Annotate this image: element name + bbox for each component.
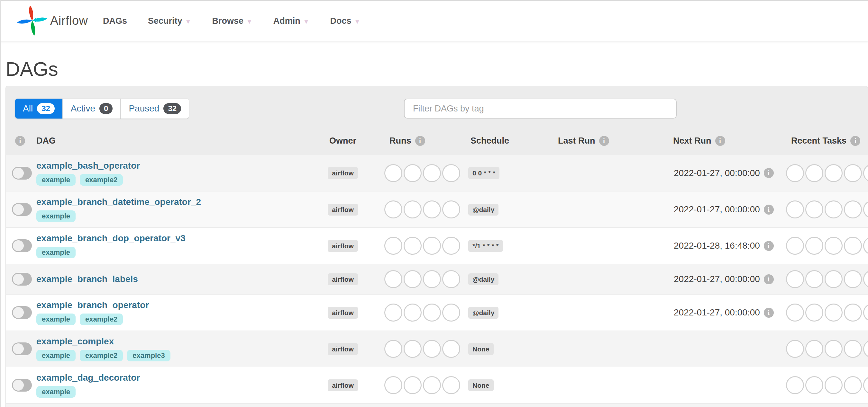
dag-name-link[interactable]: example_bash_operator xyxy=(36,161,140,171)
last-run-cell xyxy=(547,155,663,191)
airflow-logo[interactable]: Airflow xyxy=(17,5,88,36)
run-status-circle xyxy=(442,270,460,288)
run-status-circle xyxy=(404,164,422,182)
task-status-circle xyxy=(844,304,862,321)
task-status-circle xyxy=(825,200,843,218)
dag-cell: example_dag_decoratorexample xyxy=(31,367,319,403)
run-status-circle xyxy=(423,340,441,358)
info-icon: i xyxy=(764,168,774,178)
dag-row: example_branch_labelsairflow@daily2022-0… xyxy=(6,264,868,294)
chevron-down-icon: ▼ xyxy=(185,18,191,25)
dag-tag[interactable]: example2 xyxy=(80,350,123,362)
owner-badge: airflow xyxy=(328,379,358,391)
pause-toggle[interactable] xyxy=(12,239,32,252)
dag-name-link[interactable]: example_branch_datetime_operator_2 xyxy=(36,197,201,207)
schedule-cell: @daily xyxy=(463,192,547,228)
task-status-circle xyxy=(844,270,862,288)
tab-paused[interactable]: Paused32 xyxy=(120,99,189,118)
nav-item-docs[interactable]: Docs▼ xyxy=(330,16,361,26)
dag-tag[interactable]: example xyxy=(36,210,75,222)
run-status-circle xyxy=(384,270,402,288)
dag-name-link[interactable]: example_branch_dop_operator_v3 xyxy=(36,233,186,243)
nav-item-admin[interactable]: Admin▼ xyxy=(273,16,309,26)
dag-main: example_branch_labels xyxy=(36,274,138,284)
navbar: Airflow DAGsSecurity▼Browse▼Admin▼Docs▼ xyxy=(0,1,868,41)
header-col-schedule: Schedule xyxy=(463,127,547,155)
schedule-cell: 0 0 * * * xyxy=(463,155,547,191)
nav-item-label: Admin xyxy=(273,16,300,26)
pause-toggle[interactable] xyxy=(12,306,32,319)
toggle-cell xyxy=(6,228,31,264)
owner-badge: airflow xyxy=(328,204,358,215)
pause-toggle[interactable] xyxy=(12,167,32,179)
dag-name-link[interactable]: example_dag_decorator xyxy=(36,373,140,383)
filter-bar: All32Active0Paused32 xyxy=(6,99,868,118)
info-icon: i xyxy=(764,274,774,284)
dag-main: example_branch_dop_operator_v3example xyxy=(36,233,186,258)
next-row-sliver xyxy=(6,403,868,407)
dag-name-link[interactable]: example_complex xyxy=(36,336,114,347)
schedule-cell: @daily xyxy=(463,295,547,331)
nav-item-browse[interactable]: Browse▼ xyxy=(212,16,252,26)
dag-cell: example_branch_dop_operator_v3example xyxy=(31,228,319,264)
dag-tag[interactable]: example xyxy=(36,313,75,325)
dag-cell: example_bash_operatorexampleexample2 xyxy=(31,155,319,191)
tab-count-badge: 32 xyxy=(163,103,181,114)
info-icon: i xyxy=(850,136,860,146)
run-status-circle xyxy=(442,164,460,182)
tab-active[interactable]: Active0 xyxy=(62,99,121,118)
toggle-cell xyxy=(6,264,31,294)
run-status-circle xyxy=(423,304,441,321)
dags-panel: All32Active0Paused32 iDAGOwnerRunsiSched… xyxy=(5,86,868,407)
recent-tasks-cell xyxy=(785,155,868,191)
tag-row: example xyxy=(36,247,75,258)
run-status-circle xyxy=(404,270,422,288)
runs-cell xyxy=(367,192,463,228)
dag-tag[interactable]: example2 xyxy=(80,174,123,186)
run-status-circle xyxy=(384,304,402,321)
dag-tag[interactable]: example xyxy=(36,350,75,362)
dag-main: example_branch_operatorexampleexample2 xyxy=(36,300,149,325)
schedule-cell: */1 * * * * xyxy=(463,228,547,264)
info-icon: i xyxy=(764,241,774,251)
search-input[interactable] xyxy=(404,99,677,118)
table-header: iDAGOwnerRunsiScheduleLast RuniNext Runi… xyxy=(6,127,868,155)
tab-count-badge: 0 xyxy=(99,103,113,114)
next-run-cell: 2022-01-27, 00:00:00i xyxy=(663,295,785,331)
tag-row: example xyxy=(36,210,75,222)
pause-toggle[interactable] xyxy=(12,379,32,392)
recent-tasks-cell xyxy=(785,264,868,294)
owner-cell: airflow xyxy=(319,264,367,294)
last-run-cell xyxy=(547,331,663,367)
next-run-cell: 2022-01-27, 00:00:00i xyxy=(663,192,785,228)
owner-badge: airflow xyxy=(328,240,358,252)
window-edge-top xyxy=(0,0,868,1)
nav-item-dags[interactable]: DAGs xyxy=(103,16,127,26)
task-status-circle xyxy=(863,270,868,288)
task-status-circle xyxy=(786,376,804,394)
last-run-cell xyxy=(547,367,663,403)
runs-cell xyxy=(367,331,463,367)
dag-row: example_branch_datetime_operator_2exampl… xyxy=(6,191,868,228)
dag-tag[interactable]: example xyxy=(36,174,75,186)
dag-tag[interactable]: example xyxy=(36,247,75,258)
task-status-circle xyxy=(863,237,868,255)
task-status-circle xyxy=(863,376,868,394)
next-run-value: 2022-01-27, 00:00:00 xyxy=(674,274,760,284)
pause-toggle[interactable] xyxy=(12,203,32,216)
pause-toggle[interactable] xyxy=(12,273,32,285)
dag-name-link[interactable]: example_branch_operator xyxy=(36,300,149,310)
dag-name-link[interactable]: example_branch_labels xyxy=(36,274,138,284)
dag-tag[interactable]: example2 xyxy=(80,313,123,325)
task-status-circle xyxy=(844,376,862,394)
nav-item-security[interactable]: Security▼ xyxy=(148,16,191,26)
pause-toggle[interactable] xyxy=(12,342,32,355)
dag-filter-tabs: All32Active0Paused32 xyxy=(15,99,189,118)
dag-tag[interactable]: example xyxy=(36,386,75,398)
dag-tag[interactable]: example3 xyxy=(127,350,170,362)
tab-count-badge: 32 xyxy=(37,103,55,114)
dag-cell: example_branch_labels xyxy=(31,264,319,294)
tab-all[interactable]: All32 xyxy=(15,99,62,118)
runs-cell xyxy=(367,155,463,191)
run-status-circle xyxy=(423,164,441,182)
